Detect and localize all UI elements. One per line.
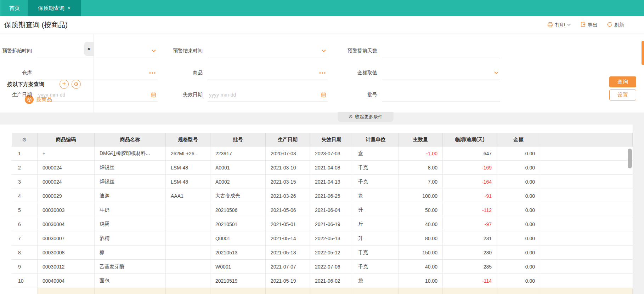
cell-qty: 80.00 bbox=[399, 231, 443, 245]
filter-field-8: 批号 bbox=[337, 88, 500, 102]
cell-code: 00030008 bbox=[38, 246, 95, 259]
chevron-down-icon[interactable] bbox=[321, 48, 326, 53]
column-header[interactable]: 规格型号 bbox=[166, 133, 210, 146]
cell-spec bbox=[166, 231, 210, 245]
cell-prod: 2021-05-13 bbox=[266, 246, 310, 259]
cell-code: 0000029 bbox=[38, 189, 95, 203]
cell-qty: -1.00 bbox=[399, 146, 443, 160]
column-header[interactable]: 生产日期 bbox=[266, 133, 310, 146]
cell-unit: 升 bbox=[353, 231, 399, 245]
tab-home[interactable]: 首页 bbox=[1, 0, 28, 16]
filter-input[interactable] bbox=[382, 88, 500, 102]
cell-days: 647 bbox=[443, 146, 497, 160]
filter-label: 预警结束时间 bbox=[163, 48, 203, 54]
filter-input[interactable]: ••• bbox=[37, 66, 158, 80]
export-button[interactable]: 导出 bbox=[580, 22, 598, 28]
partial-cell bbox=[310, 288, 353, 294]
calendar-icon[interactable] bbox=[151, 92, 156, 98]
cell-spec bbox=[166, 203, 210, 217]
cell-unit: 升 bbox=[353, 203, 399, 217]
chevron-down-icon[interactable] bbox=[567, 22, 571, 28]
column-header[interactable]: 计量单位 bbox=[353, 133, 399, 146]
calendar-icon[interactable] bbox=[321, 92, 326, 98]
print-button[interactable]: 打印 bbox=[547, 22, 571, 29]
filter-input[interactable] bbox=[382, 44, 500, 58]
column-header[interactable]: 商品名称 bbox=[95, 133, 166, 146]
right-edge-handle[interactable] bbox=[642, 41, 644, 65]
partial-cell bbox=[38, 288, 95, 294]
filter-field-6: 生产日期yyyy-mm-dd bbox=[0, 88, 158, 102]
table-row[interactable]: 700030007酒精Q00012021-05-142022-05-13升80.… bbox=[12, 231, 633, 246]
cell-code: 0000024 bbox=[38, 175, 95, 189]
cell-spec bbox=[166, 246, 210, 259]
cell-days: -169 bbox=[443, 161, 497, 174]
cell-unit: 盒 bbox=[353, 146, 399, 160]
tab-close-icon[interactable]: × bbox=[68, 5, 70, 11]
filter-input[interactable]: ••• bbox=[208, 66, 328, 80]
cell-name: 焊锡丝 bbox=[95, 175, 166, 189]
filter-input[interactable] bbox=[208, 44, 328, 58]
table-row[interactable]: 500030003牛奶202105062021-05-062021-06-04升… bbox=[12, 203, 633, 217]
cell-qty: 150.00 bbox=[399, 246, 443, 259]
partial-row[interactable] bbox=[12, 288, 633, 294]
table-row[interactable]: 30000024焊锡丝LSM-48A00022021-03-152021-04-… bbox=[12, 175, 633, 189]
cell-amount: 0.00 bbox=[497, 161, 540, 174]
cell-name: 面包 bbox=[95, 274, 166, 288]
table-row[interactable]: 1000040004面包202105192021-05-192021-06-02… bbox=[12, 274, 633, 288]
settings-button[interactable]: 设置 bbox=[609, 90, 636, 100]
cell-qty: 7.00 bbox=[399, 175, 443, 189]
cell-exp: 2021-06-02 bbox=[310, 274, 353, 288]
cell-num: 5 bbox=[12, 203, 38, 217]
filter-label: 商品 bbox=[163, 70, 203, 76]
cell-name: 糠 bbox=[95, 246, 166, 259]
cell-spec: AAA1 bbox=[166, 189, 210, 203]
tab-label: 保质期查询 bbox=[38, 5, 64, 12]
table-scrollbar-thumb[interactable] bbox=[628, 149, 632, 168]
chevron-down-icon[interactable] bbox=[151, 48, 156, 53]
cell-exp: 2023-07-03 bbox=[310, 146, 353, 160]
export-label: 导出 bbox=[588, 22, 598, 28]
filter-input[interactable]: yyyy-mm-dd bbox=[37, 88, 158, 102]
cell-exp: 2022-07-06 bbox=[310, 260, 353, 273]
cell-unit: 千克 bbox=[353, 246, 399, 259]
header-actions: 打印 导出 刷新 bbox=[547, 16, 624, 34]
column-header[interactable]: 金额 bbox=[497, 133, 540, 146]
filter-input[interactable] bbox=[382, 66, 500, 80]
chevron-down-icon[interactable] bbox=[494, 70, 499, 75]
column-header[interactable]: 临期/逾期(天) bbox=[443, 133, 497, 146]
cell-prod: 2021-03-15 bbox=[266, 175, 310, 189]
table-row[interactable]: 800030008糠202105132021-05-132022-05-12千克… bbox=[12, 246, 633, 260]
cell-num: 4 bbox=[12, 189, 38, 203]
cell-qty: 40.00 bbox=[399, 217, 443, 231]
ellipsis-picker-icon[interactable]: ••• bbox=[149, 70, 156, 75]
filter-input[interactable] bbox=[37, 44, 158, 58]
collapse-more-conditions-button[interactable]: 收起更多条件 bbox=[338, 112, 394, 122]
column-header[interactable]: 批号 bbox=[210, 133, 266, 146]
scheme-sidebar-title: 按以下方案查询 bbox=[7, 81, 44, 88]
table-row[interactable]: 20000024焊锡丝LSM-48A00012021-03-102021-04-… bbox=[12, 161, 633, 175]
column-header[interactable]: 主数量 bbox=[399, 133, 443, 146]
filter-input[interactable]: yyyy-mm-dd bbox=[208, 88, 328, 102]
cell-batch: Q0001 bbox=[210, 231, 266, 245]
column-header[interactable]: 失效日期 bbox=[310, 133, 353, 146]
search-button[interactable]: 查询 bbox=[609, 76, 636, 87]
column-settings-gear-icon[interactable]: ⚙ bbox=[12, 133, 38, 146]
cell-unit: 千克 bbox=[353, 175, 399, 189]
cell-amount: 0.00 bbox=[497, 260, 540, 273]
cell-prod: 2020-07-03 bbox=[266, 146, 310, 160]
tab-bar: 首页 保质期查询 × bbox=[0, 0, 644, 16]
column-header[interactable]: 商品编码 bbox=[38, 133, 95, 146]
table-row[interactable]: 900030012乙基麦芽酚W00012021-07-072022-07-06千… bbox=[12, 260, 633, 274]
partial-cell bbox=[353, 288, 399, 294]
table-row[interactable]: 1+DMG硅橡胶印模材料...262ML+26...2239172020-07-… bbox=[12, 146, 633, 161]
filter-placeholder: yyyy-mm-dd bbox=[209, 92, 236, 98]
cell-amount: 0.00 bbox=[497, 189, 540, 203]
ellipsis-picker-icon[interactable]: ••• bbox=[319, 70, 326, 75]
cell-spec bbox=[166, 274, 210, 288]
filter-label: 批号 bbox=[337, 92, 377, 98]
cell-name: 酒精 bbox=[95, 231, 166, 245]
refresh-button[interactable]: 刷新 bbox=[607, 22, 624, 28]
table-row[interactable]: 40000029迪迦AAA1大古变成光2021-03-262021-06-25块… bbox=[12, 189, 633, 203]
tab-shelf-life-query[interactable]: 保质期查询 × bbox=[28, 0, 81, 16]
table-row[interactable]: 600030004鸡蛋202105012021-05-012021-06-19斤… bbox=[12, 217, 633, 231]
